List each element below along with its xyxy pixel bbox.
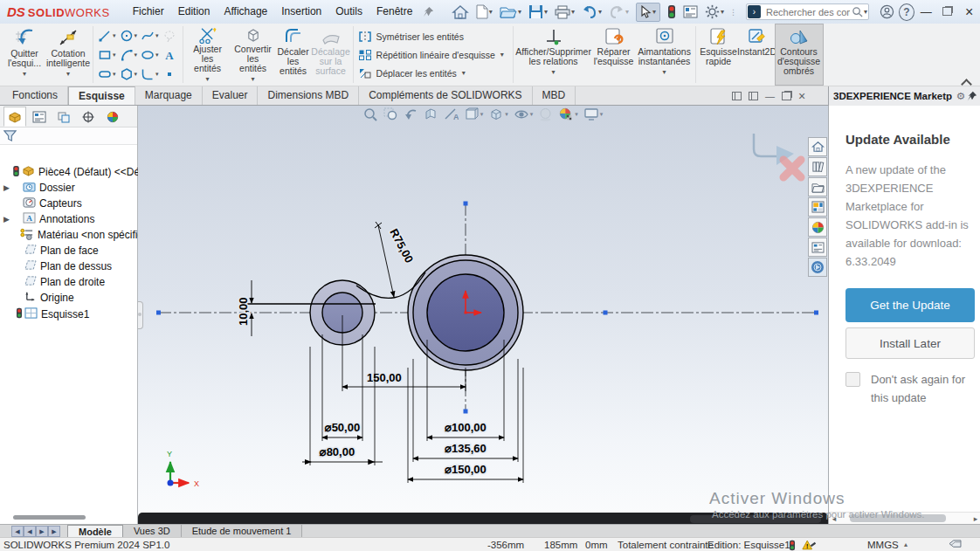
open-icon[interactable]: ▾ bbox=[497, 2, 524, 23]
dimension-r75[interactable]: R75,00 bbox=[375, 222, 416, 297]
install-later-button[interactable]: Install Later bbox=[845, 327, 975, 359]
restore-button[interactable] bbox=[937, 0, 959, 24]
doc-restore-icon[interactable] bbox=[782, 92, 791, 100]
tree-item-plan-de-dessus[interactable]: Plan de dessus bbox=[0, 258, 138, 274]
menu-fenetre[interactable]: Fenêtre bbox=[369, 0, 419, 24]
trim-entities-button[interactable]: Ajuster les entités ▾ bbox=[185, 24, 231, 86]
tree-hscrollbar-thumb[interactable] bbox=[13, 515, 86, 520]
search-input[interactable] bbox=[764, 6, 852, 18]
menu-outils[interactable]: Outils bbox=[328, 0, 369, 24]
get-update-button[interactable]: Get the Update bbox=[845, 288, 975, 322]
settings-gear-icon[interactable]: ▾ bbox=[702, 2, 727, 23]
3dexperience-pane-icon[interactable] bbox=[808, 258, 827, 277]
home-pane-icon[interactable] bbox=[808, 137, 827, 156]
tab-fonctions[interactable]: Fonctions bbox=[3, 86, 68, 105]
tab-evaluer[interactable]: Evaluer bbox=[203, 86, 259, 105]
tab-scroll-next[interactable]: ▶ bbox=[36, 526, 48, 537]
sketch-canvas[interactable]: 10,00 150,00 ⌀50,00 bbox=[138, 106, 828, 524]
search-icon[interactable] bbox=[852, 6, 863, 17]
rapid-sketch-button[interactable]: Esquisse rapide bbox=[698, 24, 740, 86]
scroll-right-arrow[interactable]: ▸ bbox=[970, 514, 980, 523]
repair-sketch-button[interactable]: Réparer l'esquisse bbox=[592, 24, 636, 86]
home-icon[interactable] bbox=[449, 2, 472, 23]
tile-right-icon[interactable] bbox=[749, 92, 758, 100]
tab-dimensions-mbd[interactable]: Dimensions MBD bbox=[258, 86, 359, 105]
menu-insertion[interactable]: Insertion bbox=[274, 0, 328, 24]
mirror-entities-button[interactable]: Symétriser les entités bbox=[357, 27, 509, 45]
user-account-icon[interactable] bbox=[877, 2, 897, 23]
menu-edition[interactable]: Edition bbox=[171, 0, 217, 24]
arc-tool-icon[interactable]: ▾ bbox=[119, 47, 139, 63]
tab-complements[interactable]: Compléments de SOLIDWORKS bbox=[359, 86, 532, 105]
displaymanager-tab[interactable] bbox=[101, 107, 124, 127]
print-icon[interactable]: ▾ bbox=[552, 2, 577, 23]
spline-tool-icon[interactable]: ▾ bbox=[140, 28, 160, 44]
panel-splitter-handle[interactable] bbox=[138, 301, 143, 329]
tab-mbd[interactable]: MBD bbox=[533, 86, 576, 105]
circle-tool-icon[interactable]: ▾ bbox=[119, 28, 139, 44]
panel-pin-icon[interactable] bbox=[967, 91, 977, 101]
display-delete-relations-button[interactable]: Afficher/Supprimer les relations ▾ bbox=[515, 24, 592, 86]
tab-esquisse[interactable]: Esquisse bbox=[68, 86, 135, 105]
text-tool-icon[interactable]: A bbox=[162, 47, 177, 63]
ellipse-tool-icon[interactable]: ▾ bbox=[140, 47, 160, 63]
rectangle-tool-icon[interactable]: ▾ bbox=[97, 47, 117, 63]
collapse-ribbon-chevron[interactable] bbox=[961, 77, 971, 84]
design-library-folder-icon[interactable] bbox=[808, 177, 827, 196]
tree-item-materiau[interactable]: Matériau <non spécifié> bbox=[0, 227, 138, 243]
dimxpertmanager-tab[interactable] bbox=[77, 107, 100, 127]
tab-scroll-first[interactable]: ◀ bbox=[11, 526, 24, 537]
undo-icon[interactable]: ▾ bbox=[579, 2, 604, 23]
graphics-viewport[interactable]: A ▾ ▾ ▾ ▾ ▾ bbox=[138, 106, 828, 524]
line-tool-icon[interactable]: ▾ bbox=[97, 28, 117, 44]
configurationmanager-tab[interactable] bbox=[52, 107, 75, 127]
tab-modele[interactable]: Modèle bbox=[67, 525, 123, 537]
exit-sketch-button[interactable]: Quitter l'esqui... ▾ bbox=[3, 24, 45, 86]
dont-ask-checkbox[interactable] bbox=[845, 372, 860, 387]
tree-item-plan-de-droite[interactable]: Plan de droite bbox=[0, 274, 138, 290]
point-tool-icon[interactable] bbox=[162, 66, 177, 82]
fillet-tool-icon[interactable]: ▾ bbox=[140, 66, 160, 82]
tab-scroll-last[interactable]: ▶ bbox=[48, 526, 60, 537]
propertymanager-tab[interactable] bbox=[28, 107, 51, 127]
command-search[interactable]: › ▾ bbox=[746, 3, 869, 20]
doc-close-icon[interactable]: × bbox=[798, 89, 805, 103]
tab-marquage[interactable]: Marquage bbox=[135, 86, 203, 105]
instant-snaps-button[interactable]: Aimantations instantanées ▾ bbox=[636, 24, 694, 86]
filter-funnel-icon[interactable] bbox=[3, 130, 17, 142]
options-list-icon[interactable] bbox=[680, 2, 700, 23]
custom-properties-icon[interactable] bbox=[808, 238, 827, 257]
file-explorer-layout-icon[interactable] bbox=[808, 197, 827, 217]
polygon-tool-icon[interactable]: ▾ bbox=[119, 66, 139, 82]
minimize-button[interactable]: — bbox=[915, 0, 937, 24]
tree-root-piece4[interactable]: Pièce4 (Défaut) <<Défaut>_E bbox=[0, 164, 138, 180]
tab-vues-3d[interactable]: Vues 3D bbox=[123, 525, 182, 537]
smart-dimension-button[interactable]: Cotation intelligente ▾ bbox=[45, 24, 91, 86]
tree-item-esquisse1[interactable]: Esquisse1 bbox=[0, 306, 138, 322]
help-icon[interactable]: ? bbox=[899, 3, 914, 21]
tree-item-origine[interactable]: Origine bbox=[0, 290, 138, 306]
slot-tool-icon[interactable]: ▾ bbox=[97, 66, 117, 82]
instant2d-button[interactable]: Instant2D bbox=[740, 24, 775, 86]
tree-item-dossier[interactable]: ▶ Dossier bbox=[0, 180, 138, 196]
dimension-10[interactable]: 10,00 bbox=[237, 280, 252, 336]
toolbar-overflow-icon[interactable]: ⋮ bbox=[729, 8, 737, 17]
featuremanager-tab[interactable] bbox=[3, 107, 26, 127]
close-button[interactable]: × bbox=[958, 0, 980, 24]
redo-icon[interactable]: ▾ bbox=[606, 2, 631, 23]
offset-entities-button[interactable]: Décaler les entités bbox=[276, 24, 311, 86]
save-icon[interactable]: ▾ bbox=[526, 2, 550, 23]
panel-gear-icon[interactable]: ⚙ bbox=[956, 90, 965, 102]
appearances-globe-icon[interactable] bbox=[808, 217, 827, 237]
performance-traffic-light-icon[interactable] bbox=[665, 2, 679, 23]
tree-item-capteurs[interactable]: Capteurs bbox=[0, 196, 138, 211]
linear-pattern-button[interactable]: Répétition linéaire d'esquisse ▾ bbox=[357, 45, 509, 64]
doc-minimize-icon[interactable]: — bbox=[765, 91, 775, 101]
move-entities-button[interactable]: Déplacer les entités ▾ bbox=[357, 64, 509, 82]
pin-menu-icon[interactable] bbox=[420, 2, 437, 23]
tree-item-annotations[interactable]: ▶ A Annotations bbox=[0, 211, 138, 227]
select-tool-button[interactable]: ▾ bbox=[636, 3, 660, 22]
tab-scroll-prev[interactable]: ◀ bbox=[24, 526, 36, 537]
tree-item-plan-de-face[interactable]: Plan de face bbox=[0, 243, 138, 258]
tags-icon[interactable] bbox=[949, 540, 962, 551]
